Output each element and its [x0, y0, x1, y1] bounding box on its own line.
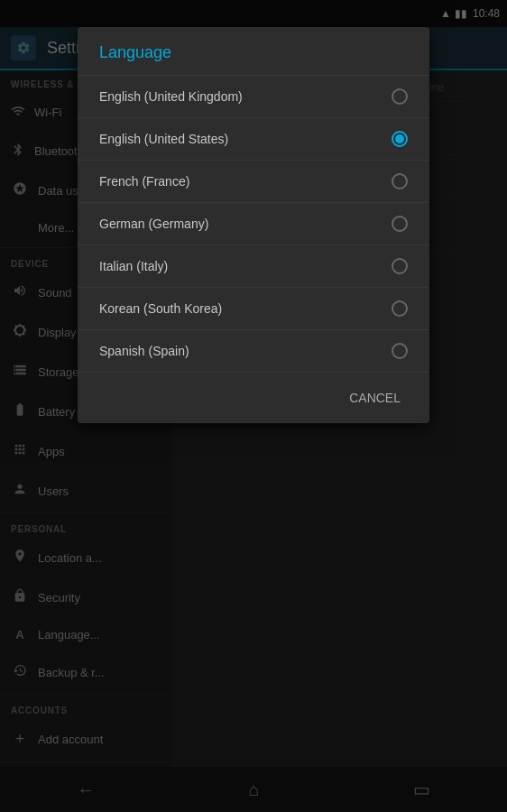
- english-us-radio[interactable]: [392, 131, 408, 147]
- french-radio[interactable]: [392, 173, 408, 189]
- modal-option-spanish[interactable]: Spanish (Spain): [78, 330, 429, 373]
- korean-label: Korean (South Korea): [99, 301, 222, 316]
- french-label: French (France): [99, 174, 189, 189]
- english-uk-radio[interactable]: [392, 88, 408, 105]
- modal-option-italian[interactable]: Italian (Italy): [78, 245, 429, 288]
- cancel-button[interactable]: Cancel: [335, 383, 415, 412]
- modal-option-english-us[interactable]: English (United States): [78, 118, 429, 161]
- italian-radio[interactable]: [392, 258, 408, 274]
- german-label: German (Germany): [99, 217, 208, 231]
- modal-overlay: Language English (United Kingdom) Englis…: [0, 0, 507, 812]
- modal-actions: Cancel: [78, 373, 429, 423]
- modal-option-german[interactable]: German (Germany): [78, 203, 429, 245]
- modal-option-english-uk[interactable]: English (United Kingdom): [78, 76, 429, 118]
- korean-radio[interactable]: [392, 300, 408, 317]
- italian-label: Italian (Italy): [99, 259, 168, 273]
- english-us-label: English (United States): [99, 132, 228, 146]
- spanish-radio[interactable]: [392, 343, 408, 359]
- english-uk-label: English (United Kingdom): [99, 89, 243, 104]
- modal-option-french[interactable]: French (France): [78, 161, 429, 203]
- language-modal: Language English (United Kingdom) Englis…: [78, 27, 429, 423]
- modal-title: Language: [78, 27, 429, 76]
- spanish-label: Spanish (Spain): [99, 344, 189, 358]
- modal-option-korean[interactable]: Korean (South Korea): [78, 288, 429, 330]
- german-radio[interactable]: [392, 216, 408, 232]
